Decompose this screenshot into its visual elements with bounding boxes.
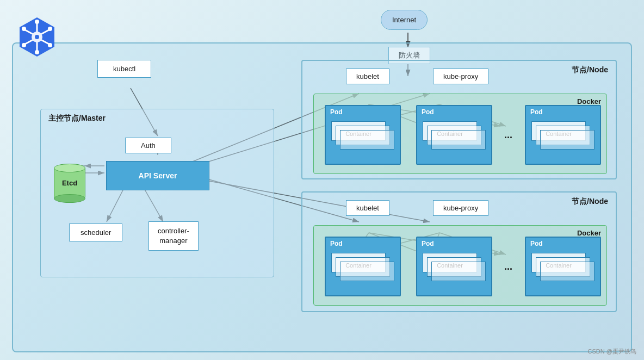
pod5-label: Pod — [422, 240, 434, 247]
scheduler-box: scheduler — [69, 224, 122, 241]
etcd-container: Etcd — [54, 164, 85, 205]
docker1-label: Docker — [577, 97, 601, 105]
kubectl-label: kubectl — [113, 65, 135, 73]
etcd-label: Etcd — [54, 179, 85, 187]
kubeproxy2-box: kube-proxy — [433, 200, 488, 216]
kubelet2-label: kubelet — [356, 204, 379, 212]
scheduler-label: scheduler — [81, 228, 111, 237]
svg-point-36 — [35, 50, 39, 54]
controller-manager-box: controller-manager — [148, 221, 199, 251]
pod3-label: Pod — [530, 108, 543, 116]
svg-point-38 — [48, 27, 52, 31]
pod4: Pod Container — [325, 237, 401, 296]
auth-label: Auth — [141, 141, 156, 150]
svg-point-39 — [22, 43, 26, 47]
kubelet1-box: kubelet — [346, 69, 389, 84]
docker-section-2: Docker Pod Container Pod Container — [313, 225, 607, 306]
master-label: 主控节点/Master — [48, 114, 106, 123]
node1-label: 节点/Node — [572, 65, 608, 75]
kubeproxy1-box: kube-proxy — [433, 69, 488, 84]
kubeproxy1-label: kube-proxy — [443, 72, 478, 80]
main-container: kubectl 主控节点/Master Auth API Server Etcd… — [12, 42, 632, 352]
docker2-label: Docker — [577, 229, 601, 237]
pod1: Pod Container — [325, 105, 401, 165]
watermark: CSDN @蛋尹铁鸟 — [588, 347, 636, 356]
kubelet2-box: kubelet — [346, 200, 389, 216]
docker-section-1: Docker Pod Container Pod Container — [313, 94, 607, 174]
internet-cloud: Internet — [381, 10, 428, 30]
pod2: Pod Container — [416, 105, 492, 165]
k8s-logo — [15, 15, 59, 59]
pod1-label: Pod — [330, 108, 343, 116]
controller-label: controller-manager — [158, 227, 189, 245]
kubectl-box: kubectl — [97, 60, 151, 78]
ellipsis1: ... — [504, 129, 512, 141]
pod4-label: Pod — [330, 240, 343, 247]
pod5: Pod Container — [416, 237, 492, 296]
pod3: Pod Container — [525, 105, 601, 165]
node-section-2: 节点/Node kubelet kube-proxy Docker Pod Co… — [301, 191, 617, 312]
api-server-label: API Server — [139, 171, 177, 180]
svg-point-28 — [35, 35, 39, 39]
auth-box: Auth — [125, 138, 171, 153]
node2-label: 节点/Node — [572, 197, 608, 207]
master-section: 主控节点/Master Auth API Server Etcd schedul… — [40, 109, 274, 277]
ellipsis2: ... — [504, 261, 512, 272]
svg-point-37 — [22, 27, 26, 31]
kubeproxy2-label: kube-proxy — [443, 204, 478, 212]
svg-point-40 — [48, 43, 52, 47]
api-server-box: API Server — [106, 161, 209, 190]
svg-point-35 — [35, 20, 39, 24]
pod6-label: Pod — [530, 240, 543, 247]
internet-label: Internet — [381, 10, 428, 30]
pod2-label: Pod — [422, 108, 434, 116]
node-section-1: 节点/Node kubelet kube-proxy Docker Pod Co… — [301, 60, 617, 179]
etcd-cylinder: Etcd — [54, 164, 85, 203]
pod6: Pod Container — [525, 237, 601, 296]
kubelet1-label: kubelet — [356, 72, 379, 80]
